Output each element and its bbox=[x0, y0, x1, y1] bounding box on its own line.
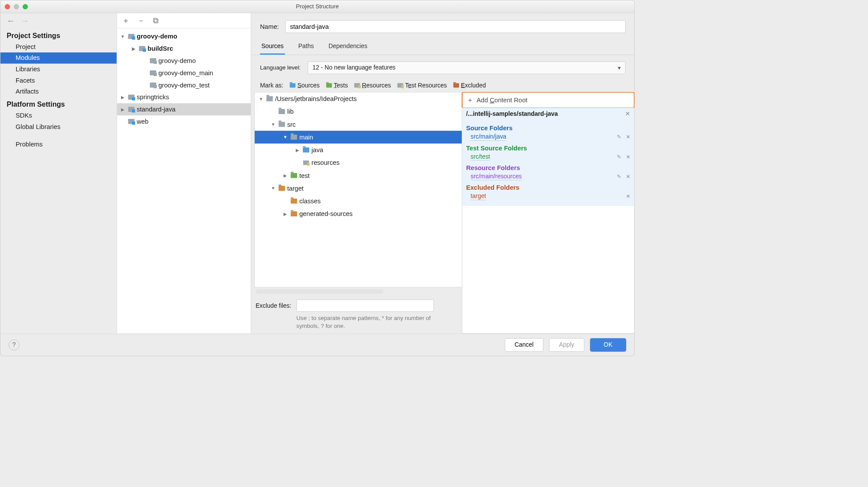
project-structure-window: Project Structure ← → Project Settings P… bbox=[0, 0, 635, 356]
src-main[interactable]: ▼main bbox=[255, 131, 462, 143]
folder-icon bbox=[290, 172, 297, 179]
cr-item[interactable]: src/test✎✕ bbox=[466, 152, 630, 162]
module-label: groovy-demo_test bbox=[159, 81, 210, 89]
folder-label: java bbox=[311, 146, 323, 154]
language-level-value: 12 - No new language features bbox=[312, 64, 395, 71]
content: ← → Project Settings ProjectModulesLibra… bbox=[0, 13, 635, 334]
chevron-down-icon: ▾ bbox=[618, 64, 621, 72]
folder-label: target bbox=[287, 184, 303, 192]
folder-label: test bbox=[299, 172, 310, 179]
folder-icon bbox=[278, 108, 285, 115]
nav-item-modules[interactable]: Modules bbox=[0, 52, 117, 64]
cr-item[interactable]: src/main/resources✎✕ bbox=[466, 172, 630, 182]
window-title: Project Structure bbox=[296, 3, 339, 10]
add-module-icon[interactable]: ＋ bbox=[122, 15, 130, 25]
tree-arrow-icon: ▶ bbox=[294, 147, 301, 153]
module-standard-java[interactable]: ▶standard-java bbox=[117, 103, 251, 115]
src-generated-sources[interactable]: ▶generated-sources bbox=[255, 208, 462, 220]
copy-module-icon[interactable]: ⧉ bbox=[153, 16, 158, 25]
folder-label: src bbox=[287, 121, 296, 128]
mark-as-label: Mark as: bbox=[260, 82, 283, 89]
tree-arrow-icon: ▼ bbox=[258, 96, 264, 101]
src-java[interactable]: ▶java bbox=[255, 143, 462, 156]
module-icon bbox=[128, 106, 135, 113]
mark-resources[interactable]: Resources bbox=[354, 82, 391, 89]
folder-icon bbox=[290, 134, 297, 141]
remove-icon[interactable]: ✕ bbox=[626, 193, 630, 200]
horizontal-scrollbar[interactable] bbox=[256, 289, 384, 294]
remove-icon[interactable]: ✕ bbox=[626, 153, 630, 160]
tree-arrow-icon: ▶ bbox=[282, 211, 289, 216]
titlebar: Project Structure bbox=[0, 0, 635, 13]
folder-icon bbox=[354, 83, 360, 87]
nav-item-project[interactable]: Project bbox=[0, 41, 117, 52]
tab-paths[interactable]: Paths bbox=[297, 40, 315, 55]
help-icon[interactable]: ? bbox=[9, 339, 20, 350]
mark-test-resources[interactable]: Test Resources bbox=[398, 82, 447, 89]
edit-icon[interactable]: ✎ bbox=[617, 153, 621, 160]
back-icon[interactable]: ← bbox=[7, 16, 15, 26]
zoom-icon[interactable] bbox=[23, 4, 28, 9]
remove-module-icon[interactable]: － bbox=[137, 15, 145, 25]
nav-item-problems[interactable]: Problems bbox=[0, 139, 117, 150]
tree-arrow-icon: ▼ bbox=[120, 34, 126, 39]
module-springtricks[interactable]: ▶springtricks bbox=[117, 91, 251, 103]
nav-item-libraries[interactable]: Libraries bbox=[0, 64, 117, 75]
folder-icon bbox=[398, 83, 403, 87]
exclude-files-input[interactable] bbox=[297, 299, 434, 312]
module-icon bbox=[128, 33, 135, 40]
nav-item-facets[interactable]: Facets bbox=[0, 75, 117, 86]
edit-icon[interactable]: ✎ bbox=[617, 134, 621, 140]
nav-item-global-libraries[interactable]: Global Libraries bbox=[0, 121, 117, 132]
mark-sources[interactable]: Sources bbox=[290, 82, 320, 89]
src--users-jetbrains-ideaprojects[interactable]: ▼/Users/jetbrains/IdeaProjects bbox=[255, 92, 462, 105]
language-level-label: Language level: bbox=[260, 64, 301, 71]
nav-heading-platform-settings: Platform Settings bbox=[0, 97, 117, 110]
edit-icon[interactable]: ✎ bbox=[617, 173, 621, 180]
nav-item-artifacts[interactable]: Artifacts bbox=[0, 86, 117, 97]
remove-content-root-icon[interactable]: ✕ bbox=[625, 110, 630, 118]
tab-sources[interactable]: Sources bbox=[260, 40, 285, 55]
module-groovy-demo-main[interactable]: groovy-demo_main bbox=[117, 67, 251, 79]
module-toolbar: ＋ － ⧉ bbox=[117, 13, 251, 28]
cancel-button[interactable]: Cancel bbox=[505, 338, 543, 351]
module-tree[interactable]: ▼groovy-demo▶buildSrcgroovy-demogroovy-d… bbox=[117, 28, 251, 334]
remove-icon[interactable]: ✕ bbox=[626, 134, 630, 140]
src-classes[interactable]: classes bbox=[255, 195, 462, 207]
add-content-root-button[interactable]: ＋ Add Content Root bbox=[462, 92, 635, 108]
module-name-input[interactable] bbox=[285, 20, 626, 33]
src-test[interactable]: ▶test bbox=[255, 169, 462, 182]
ok-button[interactable]: OK bbox=[590, 338, 626, 351]
tab-dependencies[interactable]: Dependencies bbox=[327, 40, 369, 55]
module-groovy-demo[interactable]: ▼groovy-demo bbox=[117, 30, 251, 42]
name-label: Name: bbox=[260, 23, 279, 30]
close-icon[interactable] bbox=[5, 4, 10, 9]
minimize-icon bbox=[14, 4, 19, 9]
source-tree[interactable]: ▼/Users/jetbrains/IdeaProjectslib▼src▼ma… bbox=[254, 92, 462, 288]
src-resources[interactable]: resources bbox=[255, 157, 462, 169]
nav-item-sdks[interactable]: SDKs bbox=[0, 110, 117, 122]
module-detail: Name: SourcesPathsDependencies Language … bbox=[251, 13, 635, 334]
module-web[interactable]: web bbox=[117, 115, 251, 128]
folder-label: /Users/jetbrains/IdeaProjects bbox=[275, 95, 357, 103]
module-groovy-demo[interactable]: groovy-demo bbox=[117, 55, 251, 67]
cr-item[interactable]: target✕ bbox=[466, 191, 630, 202]
content-root-path[interactable]: /...intellij-samples/standard-java ✕ bbox=[462, 108, 634, 120]
folder-icon bbox=[303, 159, 310, 166]
module-groovy-demo-test[interactable]: groovy-demo_test bbox=[117, 79, 251, 91]
module-buildsrc[interactable]: ▶buildSrc bbox=[117, 42, 251, 55]
module-icon bbox=[149, 70, 156, 77]
tree-arrow-icon: ▶ bbox=[120, 94, 126, 100]
remove-icon[interactable]: ✕ bbox=[626, 173, 630, 180]
language-level-select[interactable]: 12 - No new language features ▾ bbox=[308, 61, 626, 74]
tree-arrow-icon: ▼ bbox=[270, 186, 277, 191]
mark-tests[interactable]: Tests bbox=[326, 82, 348, 89]
src-target[interactable]: ▼target bbox=[255, 182, 462, 195]
module-label: springtricks bbox=[137, 94, 169, 101]
src-src[interactable]: ▼src bbox=[255, 118, 462, 131]
cr-item[interactable]: src/main/java✎✕ bbox=[466, 132, 630, 142]
src-lib[interactable]: lib bbox=[255, 105, 462, 118]
folder-label: generated-sources bbox=[299, 210, 353, 218]
folder-label: resources bbox=[311, 159, 339, 167]
mark-excluded[interactable]: Excluded bbox=[453, 82, 486, 89]
